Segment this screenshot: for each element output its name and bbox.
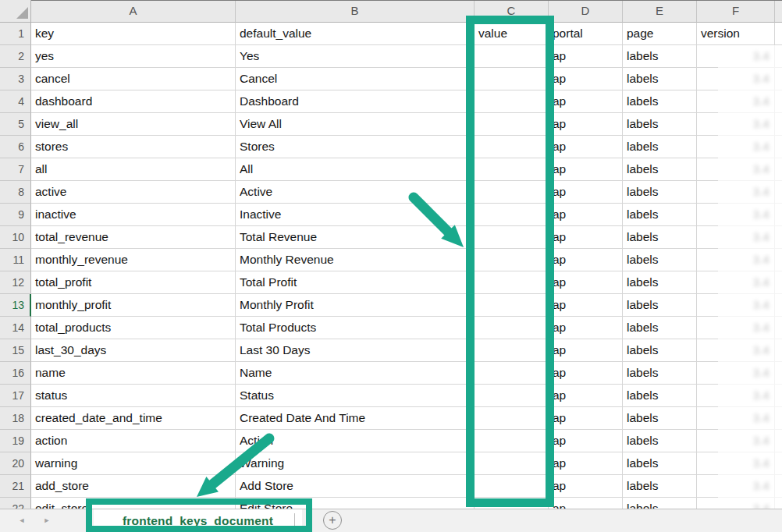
cell[interactable]: ap xyxy=(549,113,623,136)
cell[interactable]: ap xyxy=(549,45,623,68)
cell[interactable]: ap xyxy=(549,339,623,362)
cell[interactable]: labels xyxy=(623,204,697,226)
add-sheet-button[interactable]: + xyxy=(323,511,342,530)
cell[interactable]: ap xyxy=(549,452,623,475)
row-number[interactable]: 7 xyxy=(0,158,31,181)
cell[interactable]: view_all xyxy=(31,113,236,136)
cell[interactable]: labels xyxy=(623,475,697,498)
cell[interactable]: 3.4 xyxy=(697,271,775,294)
cell[interactable]: monthly_revenue xyxy=(31,249,236,271)
row-number[interactable]: 16 xyxy=(0,362,31,385)
cell[interactable] xyxy=(775,204,782,226)
cell[interactable] xyxy=(775,430,782,452)
cell[interactable]: 3.4 xyxy=(697,181,775,204)
cell[interactable]: Monthly Profit xyxy=(236,294,475,317)
cell[interactable]: Created Date And Time xyxy=(236,407,475,430)
cell[interactable]: 3.4 xyxy=(697,475,775,498)
cell[interactable]: version xyxy=(697,23,775,45)
row-number[interactable]: 5 xyxy=(0,113,31,136)
cell[interactable]: labels xyxy=(623,249,697,271)
row-number[interactable]: 6 xyxy=(0,136,31,158)
cell[interactable]: ap xyxy=(549,158,623,181)
column-header-b[interactable]: B xyxy=(236,0,475,23)
row-number[interactable]: 17 xyxy=(0,385,31,407)
cell[interactable]: 3.4 xyxy=(697,385,775,407)
cell[interactable] xyxy=(775,23,782,45)
cell[interactable]: ap xyxy=(549,317,623,339)
cell[interactable]: labels xyxy=(623,181,697,204)
cell[interactable]: last_30_days xyxy=(31,339,236,362)
cell[interactable]: labels xyxy=(623,385,697,407)
cell[interactable] xyxy=(775,294,782,317)
cell[interactable]: labels xyxy=(623,158,697,181)
cell[interactable] xyxy=(775,45,782,68)
cell[interactable] xyxy=(775,113,782,136)
cell[interactable]: Add Store xyxy=(236,475,475,498)
row-number[interactable]: 13 xyxy=(0,294,31,317)
cell[interactable]: labels xyxy=(623,362,697,385)
cell[interactable]: 3.4 xyxy=(697,317,775,339)
cell[interactable]: 3.4 xyxy=(697,90,775,113)
cell[interactable]: All xyxy=(236,158,475,181)
cell[interactable]: yes xyxy=(31,45,236,68)
cell[interactable]: 3.4 xyxy=(697,339,775,362)
cell[interactable] xyxy=(775,452,782,475)
cell[interactable]: labels xyxy=(623,113,697,136)
cell[interactable]: total_products xyxy=(31,317,236,339)
row-number[interactable]: 8 xyxy=(0,181,31,204)
row-number[interactable]: 14 xyxy=(0,317,31,339)
cell[interactable]: Total Profit xyxy=(236,271,475,294)
column-header-d[interactable]: D xyxy=(549,0,623,23)
cell[interactable]: ap xyxy=(549,271,623,294)
cell[interactable]: ap xyxy=(549,249,623,271)
cell[interactable]: 3.4 xyxy=(697,249,775,271)
cell[interactable]: Active xyxy=(236,181,475,204)
cell[interactable] xyxy=(775,158,782,181)
cell[interactable]: Action xyxy=(236,430,475,452)
column-header-e[interactable]: E xyxy=(623,0,697,23)
cell[interactable]: 3.4 xyxy=(697,204,775,226)
cell[interactable]: cancel xyxy=(31,68,236,90)
cell[interactable]: 3.4 xyxy=(697,136,775,158)
prev-sheet-icon[interactable]: ◄ xyxy=(15,509,29,532)
cell[interactable] xyxy=(775,317,782,339)
cell[interactable]: labels xyxy=(623,339,697,362)
column-header-a[interactable]: A xyxy=(31,0,236,23)
cell[interactable] xyxy=(775,475,782,498)
cell[interactable]: portal xyxy=(549,23,623,45)
cell[interactable]: Name xyxy=(236,362,475,385)
cell[interactable]: ap xyxy=(549,68,623,90)
cell[interactable] xyxy=(775,136,782,158)
row-number[interactable]: 4 xyxy=(0,90,31,113)
cell[interactable] xyxy=(775,90,782,113)
cell[interactable]: labels xyxy=(623,90,697,113)
cell[interactable]: Stores xyxy=(236,136,475,158)
cell[interactable]: ap xyxy=(549,362,623,385)
next-sheet-icon[interactable]: ► xyxy=(40,509,54,532)
cell[interactable]: status xyxy=(31,385,236,407)
cell[interactable] xyxy=(775,226,782,249)
cell[interactable]: Inactive xyxy=(236,204,475,226)
cell[interactable]: ap xyxy=(549,294,623,317)
cell[interactable]: name xyxy=(31,362,236,385)
cell[interactable] xyxy=(775,385,782,407)
select-all-button[interactable] xyxy=(0,0,31,23)
cell[interactable]: inactive xyxy=(31,204,236,226)
row-number[interactable]: 19 xyxy=(0,430,31,452)
row-number[interactable]: 15 xyxy=(0,339,31,362)
cell[interactable] xyxy=(775,249,782,271)
cell[interactable]: ap xyxy=(549,407,623,430)
row-number[interactable]: 21 xyxy=(0,475,31,498)
cell[interactable]: 3.4 xyxy=(697,45,775,68)
cell[interactable]: ap xyxy=(549,430,623,452)
cell[interactable]: ap xyxy=(549,475,623,498)
cell[interactable]: action xyxy=(31,430,236,452)
cell[interactable]: 3.4 xyxy=(697,294,775,317)
cell[interactable] xyxy=(775,271,782,294)
cell[interactable]: Warning xyxy=(236,452,475,475)
row-number[interactable]: 20 xyxy=(0,452,31,475)
cell[interactable]: labels xyxy=(623,317,697,339)
cell[interactable]: ap xyxy=(549,181,623,204)
cell[interactable]: ap xyxy=(549,226,623,249)
cell[interactable]: 3.4 xyxy=(697,113,775,136)
